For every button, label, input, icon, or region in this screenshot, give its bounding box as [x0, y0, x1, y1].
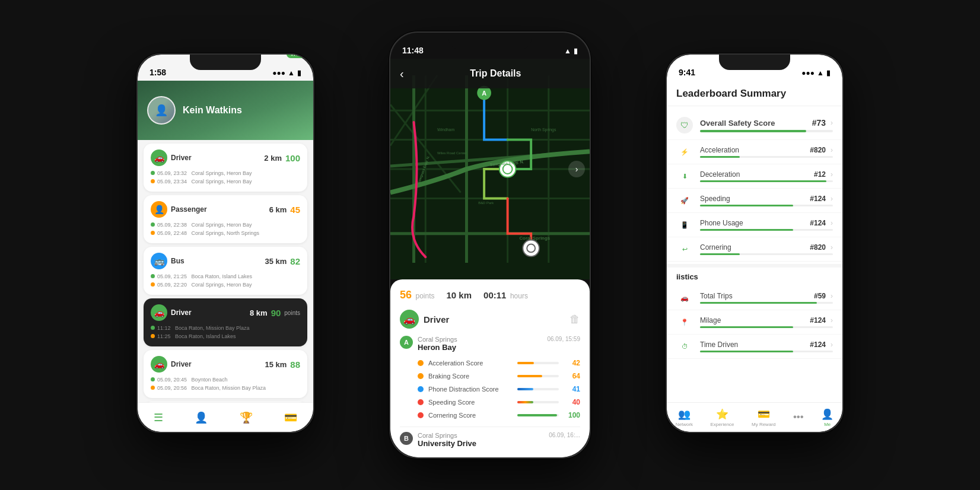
reward-icon: 💳	[758, 408, 770, 421]
mode-label: Driver	[171, 154, 192, 162]
right-phone: 9:41 ●●● ▲ ▮ Leaderboard Summary 🛡 Overa…	[666, 53, 844, 433]
trip-card[interactable]: 🚗 Driver 15 km 88 05.09, 20:45 Boynton B…	[144, 350, 307, 398]
nav-item-leaderboard[interactable]: 🏆	[240, 411, 253, 424]
cornering-row[interactable]: ↩ Cornering #820 ›	[667, 237, 842, 262]
map-title: Trip Details	[411, 68, 580, 79]
total-trips-label: Total Trips	[700, 292, 814, 300]
score-acceleration: Acceleration Score 42	[418, 357, 580, 370]
chevron-icon: ›	[831, 195, 833, 203]
nav-item-rewards[interactable]: 💳	[284, 411, 297, 424]
phone-usage-row[interactable]: 📱 Phone Usage #124 ›	[667, 213, 842, 237]
score-dot-acceleration	[418, 360, 424, 366]
back-button[interactable]: ‹	[400, 67, 404, 81]
acceleration-row[interactable]: ⚡ Acceleration #820 ›	[667, 140, 842, 164]
nav-reward[interactable]: 💳 My Reward	[752, 408, 775, 427]
time-icon: ⏱	[676, 338, 693, 355]
score-val-braking: 64	[564, 372, 580, 380]
left-screen: 1:58 ●●● ▲ ▮ 👤 Kein Watkins 🚗 Driver	[138, 55, 313, 432]
score-braking: Braking Score 64	[418, 370, 580, 383]
trip-route: 05.09, 22:38 Coral Springs, Heron Bay 05…	[151, 221, 300, 237]
me-icon: 👤	[821, 408, 833, 421]
network-icon: 👥	[678, 408, 691, 421]
trip-score: 45	[290, 205, 300, 215]
deceleration-row[interactable]: ⬇ Deceleration #12 ›	[667, 164, 842, 189]
safety-icon: 🛡	[676, 117, 693, 133]
notch-left	[190, 55, 261, 70]
status-icons-center: ▲ ▮	[564, 47, 578, 55]
time-driven-row[interactable]: ⏱ Time Driven #124 ›	[667, 335, 842, 359]
trophy-icon: 🏆	[240, 411, 253, 424]
acceleration-label: Acceleration	[700, 146, 810, 154]
nav-experience[interactable]: ⭐ Experience	[711, 408, 734, 427]
chevron-icon: ›	[831, 170, 833, 179]
left-phone: 1:58 ●●● ▲ ▮ 👤 Kein Watkins 🚗 Driver	[136, 53, 314, 433]
waypoint-b-badge: B	[400, 432, 413, 445]
trip-distance: 35 km	[265, 257, 287, 266]
score-dot-phone	[418, 386, 424, 392]
nav-network-label: Network	[676, 422, 693, 427]
delete-button[interactable]: 🗑	[569, 313, 580, 326]
distance-value: 10 km	[447, 290, 472, 300]
deceleration-bar	[700, 180, 826, 182]
speeding-row[interactable]: 🚀 Speeding #124 ›	[667, 189, 842, 213]
nav-me-label: Me	[824, 422, 831, 427]
overall-safety-row[interactable]: 🛡 Overall Safety Score #73 ›	[667, 111, 842, 140]
card-icon: 💳	[284, 411, 297, 424]
milage-bar	[700, 326, 793, 328]
total-trips-row[interactable]: 🚗 Total Trips #59 ›	[667, 286, 842, 310]
score-bar-phone	[517, 388, 559, 390]
nav-reward-label: My Reward	[752, 422, 775, 427]
time-driven-bar	[700, 351, 793, 352]
waypoint-a-sublocation: Heron Bay	[418, 343, 457, 352]
trip-distance: 2 km	[264, 154, 282, 163]
total-trips-rank: #59	[814, 292, 826, 300]
score-name-acceleration: Acceleration Score	[428, 359, 513, 367]
mode-icon: 🚗	[151, 356, 167, 373]
nav-more[interactable]: •••	[793, 411, 804, 424]
score-val-phone: 41	[564, 385, 580, 393]
waypoint-a-location: Coral Springs	[418, 336, 457, 343]
phone-icon: 📱	[676, 217, 693, 233]
speeding-bar	[700, 205, 793, 206]
acceleration-icon: ⚡	[676, 144, 693, 160]
milage-rank: #124	[810, 316, 826, 324]
milage-icon: 📍	[676, 314, 693, 330]
map-area: A Sawgrass Expy. N. Sawgrass Expy. N. Wi…	[390, 59, 590, 279]
status-time-left: 1:58	[149, 68, 166, 77]
wifi-icon: ▲	[288, 69, 295, 77]
nav-item-profile[interactable]: 👤	[195, 411, 208, 424]
acceleration-bar	[700, 156, 740, 158]
waypoint-a-info: Coral Springs Heron Bay	[418, 336, 457, 352]
mode-label: Passenger	[171, 205, 207, 214]
status-icons-right: ●●● ▲ ▮	[801, 69, 831, 77]
chevron-icon: ›	[831, 316, 833, 324]
trip-route: 05.09, 23:32 Coral Springs, Heron Bay 05…	[151, 170, 300, 186]
nav-item-menu[interactable]: ☰	[154, 411, 163, 424]
right-screen: 9:41 ●●● ▲ ▮ Leaderboard Summary 🛡 Overa…	[667, 55, 842, 432]
menu-icon: ☰	[154, 411, 163, 424]
deceleration-label: Deceleration	[700, 170, 814, 179]
trip-card[interactable]: 👤 Passenger 6 km 45 05.09, 22:38 Coral S…	[144, 195, 307, 243]
score-val-cornering: 100	[564, 411, 580, 419]
score-bar-cornering	[517, 414, 559, 416]
nav-me[interactable]: 👤 Me	[821, 408, 833, 427]
score-bar-acceleration	[517, 362, 559, 364]
time-value: 00:11	[483, 290, 506, 300]
leaderboard-content: 🛡 Overall Safety Score #73 ›	[667, 106, 842, 402]
score-val-speeding: 40	[564, 398, 580, 406]
score-name-speeding: Speeding Score	[428, 399, 513, 406]
trip-card-highlighted[interactable]: TRIP 🚗 Driver 8 km 90 points 11:12 Boca …	[144, 298, 307, 346]
nav-network[interactable]: 👥 Network	[676, 408, 693, 427]
milage-row[interactable]: 📍 Milage #124 ›	[667, 310, 842, 335]
trip-route: 05.09, 20:45 Boynton Beach 05.09, 20:56 …	[151, 376, 300, 392]
svg-text:B&D Park: B&D Park	[478, 201, 494, 205]
waypoint-a: A Coral Springs Heron Bay 06.09, 15:59	[400, 336, 580, 352]
profile-icon: 👤	[195, 411, 208, 424]
left-header: 👤 Kein Watkins	[138, 81, 313, 140]
chevron-icon: ›	[831, 146, 833, 154]
trip-card[interactable]: 🚗 Driver 2 km 100 05.09, 23:32 Coral Spr…	[144, 144, 307, 192]
next-button[interactable]: ›	[568, 161, 585, 177]
avatar-image: 👤	[148, 97, 174, 123]
safety-score-rank: #73	[812, 118, 826, 128]
trip-card[interactable]: 🚌 Bus 35 km 82 05.09, 21:25 Boca Raton, …	[144, 247, 307, 295]
